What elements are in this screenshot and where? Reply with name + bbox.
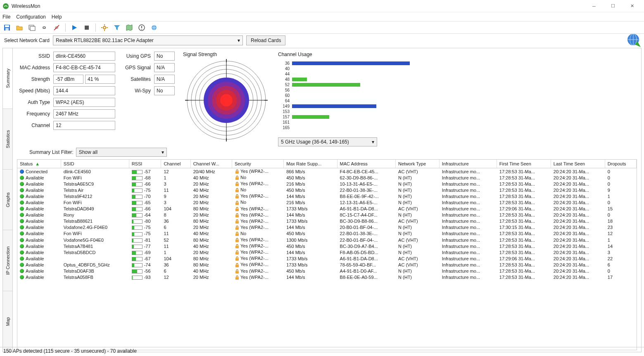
table-row[interactable]: Connecteddlink-CE4560-571220/40 MHzYes (… [17,168,637,175]
table-row[interactable]: AvailableTelstraD5BDCD-69120 MHzYes (WPA… [17,249,637,255]
col-status[interactable]: Status▲ [17,160,61,168]
table-row[interactable]: AvailableTelstra9F4212-70920 MHzYes (WPA… [17,193,637,199]
rssi-bar-icon [132,182,143,186]
col-dropouts[interactable]: Dropouts [605,160,636,168]
tab-ip-connection[interactable]: IP Connection [3,231,12,291]
cell-mac: 10-13-31-A6-E5-... [337,181,395,187]
table-row[interactable]: AvailableFon WiFi-68140 MHzNo450 Mb/s62-… [17,174,637,181]
svg-rect-42 [235,221,239,224]
table-row[interactable]: AvailableTelstra Air-751140 MHzNo450 Mb/… [17,187,637,193]
refresh-globe-icon[interactable] [150,23,159,32]
cell-rssi: -75 [129,231,161,237]
cell-last-seen: 20:24:20 31-Ma... [551,231,605,237]
open-icon[interactable] [15,23,24,32]
filter-combo[interactable]: Show all ▾ [76,148,167,157]
status-dot-icon [20,275,24,279]
link-icon[interactable] [40,23,49,32]
map-icon[interactable] [125,23,134,32]
filter-icon[interactable] [112,23,121,32]
table-row[interactable]: AvailableTelstraA6E5C9-66320 MHzYes (WPA… [17,181,637,187]
table-row[interactable]: AvailableTelstraDAD849-6610480 MHzYes (W… [17,206,637,212]
lock-icon [235,219,240,224]
col-channel[interactable]: Channel [161,160,190,168]
cell-status: Available [17,249,61,255]
table-row[interactable]: AvailableVodafone5G-F04E0-815280 MHzYes … [17,237,637,243]
tab-summary[interactable]: Summary [3,48,12,109]
save-icon[interactable] [2,23,12,32]
mac-field[interactable]: F4-8C-EB-CE-45-74 [53,63,115,72]
cell-network-type: AC (VHT) [396,218,440,224]
tab-statistics[interactable]: Statistics [3,109,12,170]
cell-status: Available [17,212,61,218]
cell-channel: 3 [161,199,190,205]
ap-list-scroll[interactable]: Status▲SSIDRSSIChannelChannel W...Securi… [17,160,637,350]
cell-first-seen: 17:29:06 31-Ma... [497,255,551,262]
col-ssid[interactable]: SSID [61,160,129,168]
minimize-button[interactable]: ─ [585,0,604,12]
table-row[interactable]: AvailableTelstraD0AF3B-56640 MHzYes (WPA… [17,268,637,274]
cell-status: Available [17,255,61,262]
cell-first-seen: 17:28:53 31-Ma... [497,243,551,249]
col-infrastructure[interactable]: Infrastructure [439,160,497,168]
cell-network-type: N (HT) [396,193,440,199]
status-dot-icon [20,269,24,273]
close-button[interactable]: ✕ [623,0,642,12]
col-max-rate-supp-[interactable]: Max Rate Supp... [284,160,337,168]
cell-last-seen: 20:24:20 31-Ma... [551,255,605,262]
cell-status: Available [17,262,61,268]
cell-status: Available [17,181,61,187]
cell-rssi: -81 [129,237,161,243]
cell-infrastructure: Infrastructure mo... [439,181,497,187]
table-row[interactable]: Available-6710480 MHzYes (WPA2-...1733 M… [17,255,637,262]
col-network-type[interactable]: Network Type [396,160,440,168]
col-mac-address[interactable]: MAC Address [337,160,395,168]
cell-first-seen: 17:28:53 31-Ma... [497,274,551,281]
ssid-field[interactable]: dlink-CE4560 [53,52,115,61]
menu-help[interactable]: Help [52,14,62,20]
col-rssi[interactable]: RSSI [129,160,161,168]
stop-icon[interactable] [82,23,91,32]
maximize-button[interactable]: ☐ [604,0,623,12]
reload-cards-button[interactable]: Reload Cards [246,35,285,45]
tab-graphs[interactable]: Graphs [3,170,12,230]
ap-list: Status▲SSIDRSSIChannelChannel W...Securi… [17,159,637,350]
table-row[interactable]: AvailableOptus_4DBFD5_5GHz-743680 MHzYes… [17,262,637,268]
table-row[interactable]: AvailableRony-64820 MHzYes (WPA2-...144 … [17,212,637,218]
channel-row: 64 [278,98,637,104]
table-row[interactable]: AvailableVodafone2.4G-F04E0-75620 MHzYes… [17,224,637,231]
cell-max-rate: 216 Mb/s [284,199,337,205]
select-nic-combo[interactable]: Realtek RTL8822BE 802.11ac PCIe Adapter … [53,35,243,45]
channel-usage-combo[interactable]: 5 GHz Usage (36-64, 149-165) ▾ [278,137,377,146]
table-row[interactable]: AvailableFon WiFi-65320 MHzNo216 Mb/s12-… [17,199,637,205]
col-channel-w-[interactable]: Channel W... [190,160,232,168]
play-icon[interactable] [70,23,79,32]
col-first-time-seen[interactable]: First Time Seen [497,160,551,168]
table-row[interactable]: AvailableTelstraB88621-803680 MHzYes (WP… [17,218,637,224]
col-last-time-seen[interactable]: Last Time Seen [551,160,605,168]
cell-first-seen: 17:28:53 31-Ma... [497,218,551,224]
cell-max-rate: 144 Mb/s [284,212,337,218]
table-row[interactable]: AvailableTelstraA058FB-931220 MHzYes (WP… [17,274,637,281]
gear-icon[interactable] [100,23,109,32]
cell-infrastructure: Infrastructure mo... [439,193,497,199]
cell-infrastructure: Infrastructure mo... [439,168,497,175]
menu-configuration[interactable]: Configuration [16,14,45,20]
cell-channel-width: 20 MHz [190,193,232,199]
new-window-icon[interactable] [27,23,36,32]
tab-map[interactable]: Map [3,291,12,352]
status-dot-icon [20,194,24,198]
menu-file[interactable]: File [2,14,10,20]
table-row[interactable]: AvailableFon WiFi-751140 MHzNo450 Mb/s22… [17,231,637,237]
cell-last-seen: 20:24:20 31-Ma... [551,237,605,243]
speed-field: 144.4 [53,86,115,95]
unlink-icon[interactable] [52,23,61,32]
cell-channel: 36 [161,218,190,224]
table-row[interactable]: AvailableTelstraA7B481-771140 MHzYes (WP… [17,243,637,249]
cell-max-rate: 1733 Mb/s [284,262,337,268]
cell-security: Yes (WPA2-... [232,206,283,212]
col-security[interactable]: Security [232,160,283,168]
cell-network-type: AC (VHT) [396,237,440,243]
svg-rect-47 [235,252,239,255]
connection-info-fields: SSID dlink-CE4560 MAC Address F4-8C-EB-C… [17,52,115,157]
warning-icon[interactable] [137,23,146,32]
